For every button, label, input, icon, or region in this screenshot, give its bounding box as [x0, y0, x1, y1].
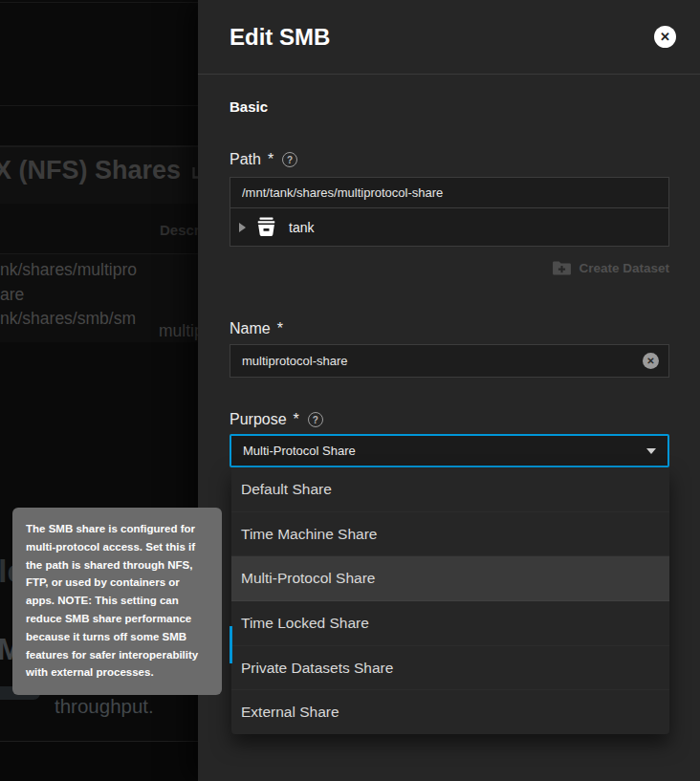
required-marker: *: [294, 411, 299, 428]
panel-content: Basic Path* ?: [198, 75, 700, 467]
background-text: throughput.: [55, 695, 154, 718]
create-dataset-button[interactable]: Create Dataset: [230, 257, 669, 278]
app-screen: X (NFS) Shares Descri nk/shares/multipro…: [0, 0, 700, 781]
dataset-icon: [254, 216, 278, 238]
table-cell-description: multip: [159, 321, 204, 341]
panel-header: Edit SMB ✕: [198, 0, 700, 75]
dropdown-option-external-share[interactable]: External Share: [231, 690, 669, 734]
purpose-field-label: Purpose* ?: [230, 410, 669, 429]
folder-plus-icon: [552, 260, 572, 276]
background-table-rows: nk/shares/multipro are nk/shares/smb/sm …: [0, 254, 198, 342]
name-input[interactable]: [230, 344, 669, 378]
purpose-dropdown-panel: Default Share Time Machine Share Multi-P…: [231, 467, 669, 734]
required-marker: *: [268, 151, 273, 168]
background-table-header: Descri: [0, 204, 198, 254]
tooltip: The SMB share is configured for multi-pr…: [12, 508, 222, 695]
close-icon[interactable]: ✕: [654, 26, 676, 48]
tree-node-label: tank: [289, 220, 314, 235]
dropdown-option-default-share[interactable]: Default Share: [231, 467, 669, 512]
dropdown-option-multi-protocol-share[interactable]: Multi-Protocol Share: [231, 556, 669, 601]
dropdown-option-private-datasets-share[interactable]: Private Datasets Share: [231, 646, 669, 691]
accent-bar: [230, 626, 232, 663]
help-icon[interactable]: ?: [308, 412, 323, 427]
required-marker: *: [277, 320, 283, 337]
path-field-group: tank: [230, 177, 669, 247]
dropdown-option-time-locked-share[interactable]: Time Locked Share: [231, 601, 669, 646]
page-title: X (NFS) Shares: [0, 156, 210, 185]
chevron-down-icon: [646, 448, 656, 454]
path-field-label: Path* ?: [230, 150, 669, 169]
purpose-select[interactable]: Multi-Protocol Share: [230, 434, 669, 467]
background-footer-strip: [0, 741, 198, 781]
chevron-right-icon[interactable]: [239, 223, 246, 232]
table-row: nk/shares/multipro are: [0, 257, 137, 307]
purpose-select-value: Multi-Protocol Share: [243, 444, 646, 458]
clear-icon[interactable]: ✕: [643, 353, 659, 369]
background-heading-section: X (NFS) Shares: [0, 146, 198, 204]
page-title-text: X (NFS) Shares: [0, 156, 181, 185]
panel-title: Edit SMB: [230, 24, 654, 51]
name-field-label: Name*: [230, 319, 669, 338]
tooltip-text: The SMB share is configured for multi-pr…: [26, 523, 198, 678]
table-row: nk/shares/smb/sm: [0, 309, 136, 329]
dropdown-option-time-machine-share[interactable]: Time Machine Share: [231, 512, 669, 557]
help-icon[interactable]: ?: [282, 152, 297, 167]
description-column-header: Descri: [160, 222, 204, 238]
path-input[interactable]: [230, 178, 668, 208]
section-heading-basic: Basic: [230, 98, 669, 116]
tree-node-tank[interactable]: tank: [230, 208, 668, 246]
name-field-group: ✕: [230, 344, 669, 378]
create-dataset-label: Create Dataset: [579, 261, 669, 275]
